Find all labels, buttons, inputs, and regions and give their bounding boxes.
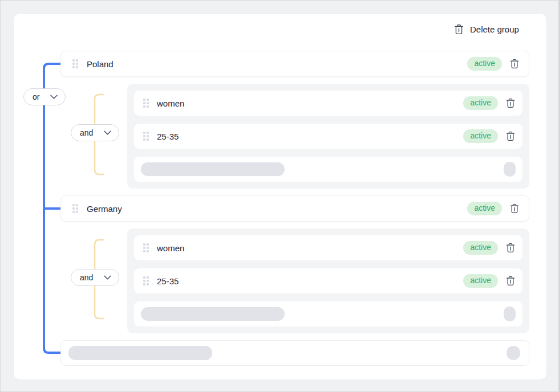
drag-handle-icon[interactable] xyxy=(143,99,149,108)
chevron-down-icon xyxy=(104,275,111,280)
group-row-germany: Germany active xyxy=(60,195,529,222)
status-badge: active xyxy=(463,241,498,255)
status-badge: active xyxy=(463,96,498,110)
filter-builder-screen: Delete group or Poland active and women … xyxy=(0,0,559,392)
root-operator-select[interactable]: or xyxy=(23,88,66,105)
delete-group-label: Delete group xyxy=(470,24,519,34)
conditions-panel-germany: women active 25-35 active xyxy=(127,228,529,333)
delete-item-button[interactable] xyxy=(510,59,519,69)
delete-item-button[interactable] xyxy=(506,131,515,141)
group-operator-value: and xyxy=(80,128,93,137)
delete-item-button[interactable] xyxy=(506,276,515,286)
condition-row: 25-35 active xyxy=(134,124,522,149)
group-operator-value: and xyxy=(80,273,93,282)
conditions-panel-poland: women active 25-35 active xyxy=(127,84,529,189)
delete-item-button[interactable] xyxy=(506,98,515,108)
drag-handle-icon[interactable] xyxy=(72,204,78,213)
condition-label: 25-35 xyxy=(157,132,463,141)
condition-label: women xyxy=(157,99,463,108)
trash-icon xyxy=(506,276,515,286)
skeleton-bar xyxy=(141,162,285,176)
drag-handle-icon[interactable] xyxy=(72,59,78,68)
trash-icon xyxy=(510,59,519,69)
skeleton-bar xyxy=(68,346,212,360)
drag-handle-icon[interactable] xyxy=(143,132,149,141)
status-badge: active xyxy=(467,202,502,215)
status-badge: active xyxy=(467,57,502,71)
placeholder-group-row xyxy=(60,340,529,366)
group-operator-select[interactable]: and xyxy=(71,124,119,141)
condition-row: women active xyxy=(134,235,522,260)
chevron-down-icon xyxy=(50,95,58,99)
group-row-poland: Poland active xyxy=(60,51,529,77)
trash-icon xyxy=(506,243,515,253)
condition-row: 25-35 active xyxy=(134,268,522,293)
skeleton-bar xyxy=(141,307,285,321)
skeleton-pill xyxy=(504,307,516,321)
delete-item-button[interactable] xyxy=(506,243,515,253)
condition-row: women active xyxy=(134,91,522,116)
placeholder-condition-row xyxy=(134,157,522,182)
skeleton-pill xyxy=(504,162,516,177)
drag-handle-icon[interactable] xyxy=(143,243,149,252)
status-badge: active xyxy=(463,274,498,288)
drag-handle-icon[interactable] xyxy=(143,276,149,285)
root-operator-value: or xyxy=(33,92,39,101)
delete-item-button[interactable] xyxy=(510,203,519,214)
skeleton-pill xyxy=(507,346,520,360)
placeholder-condition-row xyxy=(134,301,522,326)
trash-icon xyxy=(506,98,515,108)
condition-label: women xyxy=(157,243,463,253)
trash-icon xyxy=(506,131,515,141)
chevron-down-icon xyxy=(104,130,111,135)
group-name: Poland xyxy=(87,59,467,69)
trash-icon xyxy=(454,24,464,35)
condition-label: 25-35 xyxy=(157,276,463,286)
status-badge: active xyxy=(463,129,498,143)
trash-icon xyxy=(510,203,519,214)
group-operator-select[interactable]: and xyxy=(71,269,119,286)
group-name: Germany xyxy=(87,204,467,214)
delete-group-button[interactable]: Delete group xyxy=(454,24,519,35)
